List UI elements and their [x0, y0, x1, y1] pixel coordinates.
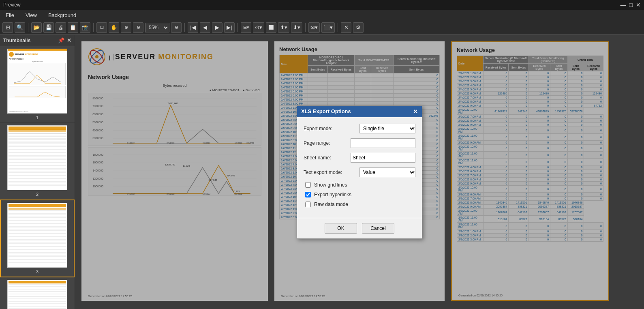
toolbar-nav-btn[interactable]: ⊙▾ — [253, 22, 264, 33]
toolbar-grid-btn[interactable]: ⊞ — [2, 22, 13, 33]
export-mode-select[interactable]: Single file Multiple files — [359, 124, 415, 133]
modal-ok-button[interactable]: OK — [325, 223, 357, 234]
sidebar-close-icon[interactable]: ✕ — [67, 37, 71, 43]
modal-close-button[interactable]: ✕ — [413, 108, 418, 115]
toolbar-zoomout-btn[interactable]: ⊖ — [133, 22, 143, 33]
toolbar-dark-btn[interactable]: ⬛▾ — [321, 22, 335, 33]
menu-view[interactable]: View — [23, 11, 39, 19]
thumb-box-2 — [7, 125, 67, 190]
sidebar-header: Thumbnails 📌 ✕ — [0, 35, 75, 46]
menu-background[interactable]: Background — [46, 11, 79, 19]
toolbar-hand-btn[interactable]: ✋ — [109, 22, 119, 33]
raw-data-mode-label: Raw data mode — [314, 202, 348, 207]
modal-body: Export mode: Single file Multiple files … — [297, 117, 422, 218]
thumbnail-4[interactable]: 4 — [0, 277, 75, 309]
toolbar-upload-btn[interactable]: ⬆▾ — [278, 22, 289, 33]
export-hyperlinks-checkbox[interactable] — [305, 192, 311, 197]
toolbar-close2-btn[interactable]: ✕ — [341, 22, 351, 33]
toolbar-last-btn[interactable]: ▶| — [224, 22, 235, 33]
toolbar-snapshot-btn[interactable]: 📸 — [80, 22, 90, 33]
toolbar-download-btn[interactable]: ⬇▾ — [291, 22, 302, 33]
thumb-box-4 — [7, 280, 67, 309]
xls-export-modal: XLS Export Options ✕ Export mode: Single… — [297, 105, 422, 239]
show-grid-lines-checkbox[interactable] — [305, 182, 311, 188]
toolbar-zoomout2-btn[interactable]: ⊖ — [171, 22, 182, 33]
minimize-button[interactable]: — — [620, 2, 626, 8]
app-title: Preview — [3, 2, 21, 8]
export-hyperlinks-label: Export hyperlinks — [314, 192, 351, 197]
menu-bar: File View Background — [0, 10, 644, 20]
toolbar-print-btn[interactable]: 🖨 — [56, 22, 66, 33]
sheet-name-input[interactable] — [351, 153, 415, 163]
sidebar-title: Thumbnails — [3, 38, 30, 43]
toolbar-first-btn[interactable]: |◀ — [188, 22, 198, 33]
sidebar-thumbnails: SERVEUR MONITORING Network Usage Bytes r… — [0, 46, 75, 309]
page-range-input[interactable] — [351, 138, 415, 148]
menu-file[interactable]: File — [3, 11, 17, 19]
zoom-select[interactable]: 55% 75% 100% — [145, 23, 169, 32]
thumbnail-2[interactable]: 2 — [0, 123, 75, 200]
modal-overlay: XLS Export Options ✕ Export mode: Single… — [75, 35, 644, 309]
toolbar-layout-btn[interactable]: ⊞▾ — [241, 22, 251, 33]
modal-title-bar: XLS Export Options ✕ — [297, 106, 422, 117]
toolbar-find-btn[interactable]: 🔍 — [15, 22, 25, 33]
toolbar-prev-btn[interactable]: ◀ — [200, 22, 210, 33]
thumb-box-3 — [7, 203, 67, 268]
toolbar-save-btn[interactable]: 💾 — [43, 22, 54, 33]
toolbar-zoomin-btn[interactable]: ⊕ — [121, 22, 131, 33]
sidebar-pin-icon[interactable]: 📌 — [58, 37, 64, 43]
thumbnail-1[interactable]: SERVEUR MONITORING Network Usage Bytes r… — [0, 46, 75, 123]
text-export-mode-select[interactable]: Value Text Formula — [359, 167, 415, 177]
thumb-label-1: 1 — [2, 115, 72, 120]
content-area: | SERVEUR MONITORING Network Usage Bytes… — [75, 35, 644, 309]
sidebar: Thumbnails 📌 ✕ SERVEUR MONITORING Networ… — [0, 35, 75, 309]
show-grid-lines-row: Show grid lines — [304, 182, 415, 188]
text-export-mode-row: Text export mode: Value Text Formula ▼ — [304, 167, 415, 177]
modal-title: XLS Export Options — [301, 108, 351, 114]
thumb-box-1: SERVEUR MONITORING Network Usage Bytes r… — [7, 49, 67, 114]
show-grid-lines-label: Show grid lines — [314, 182, 347, 188]
thumbnail-3[interactable]: 3 — [0, 200, 75, 277]
thumb-label-2: 2 — [2, 192, 72, 197]
toolbar-fit-btn[interactable]: ⊡ — [96, 22, 107, 33]
toolbar-settings-btn[interactable]: ⚙ — [353, 22, 364, 33]
raw-data-mode-checkbox[interactable] — [305, 202, 311, 207]
toolbar: ⊞ 🔍 📂 💾 🖨 📋 📸 ⊡ ✋ ⊕ ⊖ 55% 75% 100% ⊖ |◀ … — [0, 20, 644, 35]
export-mode-row: Export mode: Single file Multiple files … — [304, 124, 415, 133]
toolbar-open-btn[interactable]: 📂 — [31, 22, 42, 33]
main-area: Thumbnails 📌 ✕ SERVEUR MONITORING Networ… — [0, 35, 644, 309]
toolbar-next-btn[interactable]: ▶ — [212, 22, 223, 33]
raw-data-mode-row: Raw data mode — [304, 202, 415, 207]
sheet-name-label: Sheet name: — [304, 155, 347, 161]
title-bar: Preview — □ ✕ — [0, 0, 644, 10]
maximize-button[interactable]: □ — [629, 2, 633, 8]
modal-cancel-button[interactable]: Cancel — [362, 223, 394, 234]
export-mode-label: Export mode: — [304, 126, 356, 131]
close-button[interactable]: ✕ — [636, 2, 641, 8]
export-hyperlinks-row: Export hyperlinks — [304, 192, 415, 197]
text-export-mode-label: Text export mode: — [304, 170, 356, 175]
toolbar-copy-btn[interactable]: 📋 — [68, 22, 78, 33]
modal-footer: OK Cancel — [297, 218, 422, 238]
toolbar-email-btn[interactable]: ✉▾ — [308, 22, 320, 33]
toolbar-export-btn[interactable]: ⬜ — [266, 22, 276, 33]
page-range-row: Page range: — [304, 138, 415, 148]
thumb-label-3: 3 — [3, 269, 71, 274]
sheet-name-row: Sheet name: — [304, 153, 415, 163]
page-range-label: Page range: — [304, 140, 347, 146]
